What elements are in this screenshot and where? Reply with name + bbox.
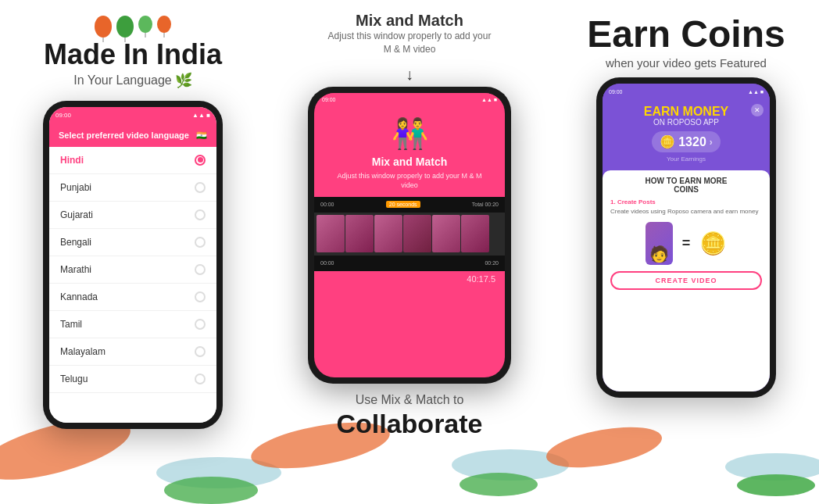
how-to-section: HOW TO EARN MORECOINS 1. Create Posts Cr… bbox=[603, 170, 770, 391]
lang-hindi[interactable]: Hindi bbox=[49, 147, 216, 174]
friends-emoji: 👫 bbox=[392, 116, 428, 151]
phone-thumbnail: 🧑 bbox=[646, 222, 673, 265]
coin-count: 1320 bbox=[678, 135, 706, 149]
radio-telugu bbox=[195, 374, 206, 384]
coin-icon: 🪙 bbox=[660, 134, 675, 149]
wave-green-right bbox=[737, 474, 815, 496]
video-cell-3 bbox=[374, 215, 402, 252]
radio-hindi bbox=[195, 155, 206, 166]
earn-on-app: ON ROPOSO APP bbox=[610, 118, 762, 127]
phone-left-screen: 09:00 ▲▲ ■ Select preferred video langua… bbox=[49, 107, 216, 423]
video-cell-4 bbox=[403, 215, 431, 252]
radio-tamil bbox=[195, 319, 206, 330]
lang-tamil[interactable]: Tamil bbox=[49, 311, 216, 338]
radio-punjabi bbox=[195, 182, 206, 193]
wave-green-left bbox=[164, 477, 258, 504]
your-earnings-label: Your Earnings bbox=[610, 155, 762, 163]
lang-bengali[interactable]: Bengali bbox=[49, 229, 216, 256]
video-cells bbox=[314, 213, 492, 255]
center-phone-title: Mix and Match bbox=[372, 155, 447, 168]
create-video-visual: 🧑 = 🪙 bbox=[610, 222, 762, 265]
earn-money-title: EARN MONEY bbox=[610, 105, 762, 118]
create-video-button[interactable]: CREATE VIDEO bbox=[610, 271, 762, 290]
lang-malayalam[interactable]: Malayalam bbox=[49, 338, 216, 366]
wave-green-center bbox=[460, 473, 538, 496]
center-panel: Mix and Match Adjust this window properl… bbox=[266, 0, 553, 504]
lang-telugu[interactable]: Telugu bbox=[49, 366, 216, 393]
earn-title: Earn Coins bbox=[587, 16, 785, 53]
right-panel: Earn Coins when your video gets Featured… bbox=[553, 0, 819, 504]
wave-orange-right bbox=[543, 420, 665, 474]
coins-row: 🪙 1320 › bbox=[610, 131, 762, 152]
balloons-decoration bbox=[44, 16, 222, 38]
collaborate-section: Use Mix & Match to Collaborate bbox=[336, 393, 482, 439]
phone-right-mockup: 09:00 ▲▲ ■ ✕ EARN MONEY ON ROPOSO APP 🪙 … bbox=[596, 77, 776, 398]
mix-match-title: Mix and Match bbox=[328, 12, 492, 30]
lang-gujarati[interactable]: Gujarati bbox=[49, 202, 216, 229]
timeline-top: 00:00 20 seconds Total 00:20 bbox=[314, 197, 505, 213]
phone-left-mockup: 09:00 ▲▲ ■ Select preferred video langua… bbox=[43, 101, 223, 429]
person-icon: 🧑 bbox=[649, 245, 669, 263]
left-panel: Made In India In Your Language 🌿 09:00 ▲… bbox=[0, 0, 266, 504]
radio-gujarati bbox=[195, 209, 206, 220]
collaborate-title: Collaborate bbox=[336, 409, 482, 439]
timeline-highlight: 20 seconds bbox=[386, 201, 420, 208]
close-button[interactable]: ✕ bbox=[751, 104, 764, 116]
radio-malayalam bbox=[195, 346, 206, 357]
earn-subtitle: when your video gets Featured bbox=[587, 56, 785, 70]
create-posts-desc: Create videos using Roposo camera and ea… bbox=[610, 208, 762, 216]
status-bar-right: 09:00 ▲▲ ■ bbox=[603, 84, 770, 99]
mix-match-desc: Adjust this window properly to add your … bbox=[328, 30, 492, 56]
leaf-icon: 🌿 bbox=[175, 72, 192, 89]
video-strip-area: 00:00 20 seconds Total 00:20 bbox=[314, 197, 505, 271]
lang-kannada[interactable]: Kannada bbox=[49, 284, 216, 311]
phone-right-screen: 09:00 ▲▲ ■ ✕ EARN MONEY ON ROPOSO APP 🪙 … bbox=[603, 84, 770, 391]
earn-money-card: ✕ EARN MONEY ON ROPOSO APP 🪙 1320 › Your… bbox=[603, 99, 770, 167]
timeline-bottom: 00:00 00:20 bbox=[314, 256, 505, 271]
radio-kannada bbox=[195, 291, 206, 302]
equals-sign: = bbox=[682, 235, 691, 252]
radio-marathi bbox=[195, 264, 206, 275]
brand-subtitle: In Your Language 🌿 bbox=[44, 72, 222, 89]
mix-match-header: Mix and Match Adjust this window properl… bbox=[328, 12, 492, 56]
status-bar-left: 09:00 ▲▲ ■ bbox=[49, 107, 216, 124]
earn-section: Earn Coins when your video gets Featured bbox=[587, 16, 785, 70]
record-timer: 40:17.5 bbox=[457, 271, 505, 287]
video-cell-6 bbox=[461, 215, 489, 252]
video-cell-5 bbox=[432, 215, 460, 252]
balloon-1 bbox=[95, 16, 112, 38]
coins-pile-icon: 🪙 bbox=[699, 231, 727, 256]
lang-punjabi[interactable]: Punjabi bbox=[49, 174, 216, 202]
brand-title: Made In India bbox=[44, 39, 222, 70]
language-list: Hindi Punjabi Gujarati Bengali bbox=[49, 147, 216, 423]
coin-badge[interactable]: 🪙 1320 › bbox=[652, 131, 721, 152]
how-to-title: HOW TO EARN MORECOINS bbox=[610, 177, 762, 194]
phone-center-screen: 09:00 ▲▲ ■ 👫 Mix and Match Adjust this w… bbox=[314, 93, 505, 377]
status-bar-center: 09:00 ▲▲ ■ bbox=[314, 93, 505, 107]
balloon-3 bbox=[138, 16, 152, 33]
video-cell-1 bbox=[317, 215, 345, 252]
phone-header-language: Select preferred video language 🇮🇳 bbox=[49, 124, 216, 147]
main-container: Made In India In Your Language 🌿 09:00 ▲… bbox=[0, 0, 819, 504]
balloon-4 bbox=[157, 16, 171, 33]
radio-bengali bbox=[195, 237, 206, 248]
brand-section: Made In India In Your Language 🌿 bbox=[44, 16, 222, 89]
lang-marathi[interactable]: Marathi bbox=[49, 256, 216, 284]
center-phone-desc: Adjust this window properly to add your … bbox=[314, 171, 505, 191]
collaborate-label: Use Mix & Match to bbox=[336, 393, 482, 407]
video-cell-2 bbox=[345, 215, 374, 252]
create-posts-label: 1. Create Posts bbox=[610, 198, 762, 206]
phone-center-mockup: 09:00 ▲▲ ■ 👫 Mix and Match Adjust this w… bbox=[308, 87, 511, 384]
chevron-right-icon: › bbox=[710, 137, 713, 148]
video-timeline bbox=[314, 213, 505, 256]
balloon-2 bbox=[116, 16, 134, 38]
arrow-down-icon: ↓ bbox=[406, 66, 413, 84]
